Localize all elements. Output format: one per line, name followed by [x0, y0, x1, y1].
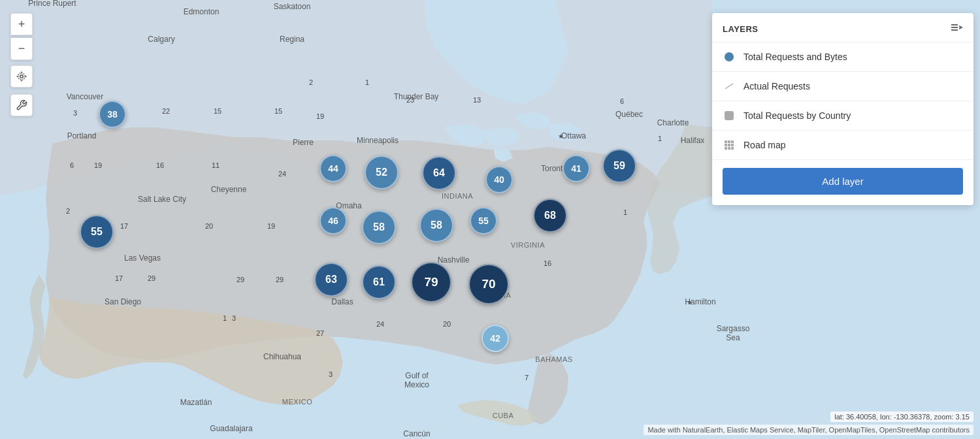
num-17: 17 — [120, 222, 128, 230]
zoom-value: 3.15 — [956, 413, 970, 421]
zoom-in-button[interactable]: + — [10, 13, 33, 35]
num-24b: 24 — [376, 320, 384, 328]
layer-label-road-map: Road map — [743, 140, 786, 150]
svg-point-1 — [20, 75, 24, 78]
layer-label-requests-country: Total Requests by Country — [743, 110, 851, 121]
num-20a: 20 — [205, 222, 213, 230]
marker-8[interactable]: 55 — [470, 207, 497, 235]
num-3c: 3 — [329, 370, 333, 378]
map-container[interactable]: Prince Rupert Edmonton Saskatoon Calgary… — [0, 0, 980, 439]
zoom-out-button[interactable]: − — [10, 38, 33, 60]
lat-label: lat: — [834, 413, 846, 421]
layer-icon-diagonal — [723, 80, 736, 93]
marker-2[interactable]: 44 — [319, 155, 347, 182]
marker-9[interactable]: 63 — [314, 263, 348, 297]
num-16: 16 — [156, 161, 164, 169]
svg-line-6 — [725, 84, 733, 89]
num-19c: 19 — [267, 222, 275, 230]
marker-11[interactable]: 79 — [411, 262, 451, 302]
zoom-label: zoom: — [934, 413, 956, 421]
marker-17[interactable]: 42 — [482, 325, 509, 352]
num-15b: 15 — [274, 107, 282, 115]
num-11: 11 — [212, 161, 220, 169]
layer-label-requests-bytes: Total Requests and Bytes — [743, 52, 847, 62]
num-1-charlotte: 1 — [658, 135, 662, 142]
num-7: 7 — [525, 374, 529, 382]
num-16b: 16 — [544, 259, 551, 267]
num-19b: 19 — [94, 161, 102, 169]
num-15a: 15 — [214, 107, 221, 115]
coordinates-display: lat: 36.40058, lon: -130.36378, zoom: 3.… — [830, 412, 973, 422]
num-17b: 17 — [115, 274, 123, 282]
num-27: 27 — [316, 329, 324, 337]
num-13: 13 — [473, 96, 481, 104]
marker-7[interactable]: 58 — [419, 208, 453, 242]
layers-header: LAYERS — [712, 13, 973, 42]
marker-0[interactable]: 38 — [99, 101, 126, 128]
num-1b: 1 — [223, 314, 227, 322]
layer-icon-square-gray — [723, 109, 736, 122]
marker-10[interactable]: 61 — [362, 265, 396, 299]
marker-15[interactable]: 59 — [602, 149, 636, 183]
svg-point-2 — [18, 73, 25, 80]
location-button[interactable] — [10, 65, 33, 88]
lon-value: -130.36378 — [894, 413, 930, 421]
num-6-qc: 6 — [620, 97, 624, 105]
num-2-top: 2 — [309, 78, 313, 86]
num-19a: 19 — [316, 112, 324, 120]
map-controls: + − — [10, 13, 33, 116]
num-1-top: 1 — [365, 78, 369, 86]
layers-panel: LAYERS Total Requests and Bytes — [712, 13, 973, 205]
layer-item-requests-country[interactable]: Total Requests by Country — [712, 101, 973, 131]
num-22: 22 — [162, 107, 170, 115]
layer-icon-grid — [723, 138, 736, 152]
num-2-w: 2 — [66, 207, 70, 215]
layer-icon-circle-blue — [723, 50, 736, 63]
marker-4[interactable]: 64 — [422, 156, 456, 190]
num-6-w: 6 — [70, 161, 74, 169]
num-20b: 20 — [443, 320, 451, 328]
marker-3[interactable]: 52 — [365, 155, 399, 189]
tools-button[interactable] — [10, 94, 33, 116]
num-29c: 29 — [276, 276, 284, 284]
lon-label: lon: — [880, 413, 894, 421]
num-3a: 3 — [73, 109, 77, 117]
layer-item-actual-requests[interactable]: Actual Requests — [712, 72, 973, 101]
marker-1[interactable]: 55 — [80, 215, 114, 249]
marker-14[interactable]: 41 — [563, 155, 590, 182]
layer-label-actual-requests: Actual Requests — [743, 81, 810, 91]
marker-12[interactable]: 70 — [468, 264, 509, 304]
num-3b: 3 — [232, 314, 236, 322]
attribution-text: Made with NaturalEarth, Elastic Maps Ser… — [644, 425, 973, 435]
num-24: 24 — [278, 170, 286, 178]
layer-item-requests-bytes[interactable]: Total Requests and Bytes — [712, 42, 973, 72]
lat-value: 36.40058 — [846, 413, 876, 421]
num-23: 23 — [406, 96, 414, 104]
add-layer-button[interactable]: Add layer — [723, 168, 963, 195]
layer-item-road-map[interactable]: Road map — [712, 131, 973, 160]
num-29a: 29 — [148, 274, 155, 282]
layers-title: LAYERS — [723, 24, 759, 34]
num-29b: 29 — [237, 276, 244, 284]
num-1-va: 1 — [623, 208, 627, 216]
marker-6[interactable]: 58 — [362, 210, 396, 244]
marker-5[interactable]: 46 — [319, 207, 347, 235]
marker-16[interactable]: 40 — [485, 166, 513, 193]
layers-expand-icon[interactable] — [950, 22, 963, 35]
marker-13[interactable]: 68 — [533, 199, 567, 233]
